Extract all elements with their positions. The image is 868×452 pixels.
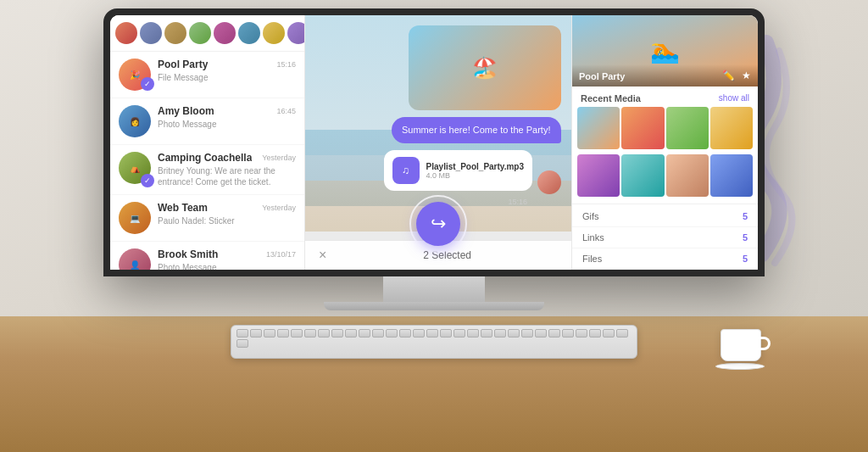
key-2 <box>250 329 262 338</box>
cup-body <box>721 329 761 361</box>
conv-preview-web-team: Paulo Nadel: Sticker <box>158 215 296 226</box>
conv-check-pool-party: ✓ <box>141 77 154 91</box>
media-thumb-3[interactable] <box>666 107 709 149</box>
key-5 <box>291 329 303 338</box>
conv-preview-pool-party: File Message <box>158 72 296 83</box>
fab-forward-button[interactable]: ↪ <box>416 202 460 246</box>
conv-avatar-amy-bloom: 👩 <box>119 105 151 137</box>
conv-name-web-team: Web Team <box>158 202 208 214</box>
show-all-link[interactable]: show all <box>719 93 749 103</box>
stat-label-links: Links <box>582 232 604 243</box>
stat-count-gifs: 5 <box>743 211 748 221</box>
panel-header-image: 🏊 Pool Party ✏️ ★ <box>572 15 758 86</box>
panel-overlay: Pool Party ✏️ ★ <box>572 64 758 86</box>
key-24 <box>548 329 560 338</box>
key-6 <box>304 329 316 338</box>
keyboard <box>231 325 637 359</box>
media-thumb-6[interactable] <box>621 154 664 197</box>
sidebar: 🎉 Pool Party 15:16 File Message ✓ <box>110 15 305 270</box>
panel-group-name: Pool Party <box>579 71 625 81</box>
conv-item-amy-bloom[interactable]: 👩 Amy Bloom 16:45 Photo Message <box>110 98 304 145</box>
selection-close-button[interactable]: × <box>319 248 326 263</box>
recent-media-header: Recent Media show all <box>572 86 758 107</box>
avatar-strip-5[interactable] <box>214 22 236 44</box>
recent-media-label: Recent Media <box>581 93 641 103</box>
avatar-strip <box>110 15 304 52</box>
conv-header-amy-bloom: Amy Bloom 16:45 <box>158 105 296 117</box>
right-panel: 🏊 Pool Party ✏️ ★ Recent Media show all <box>571 15 758 270</box>
key-13 <box>399 329 411 338</box>
key-27 <box>589 329 601 338</box>
key-10 <box>359 329 370 338</box>
coffee-cup <box>715 329 766 376</box>
avatar-strip-2[interactable] <box>140 22 162 44</box>
key-11 <box>372 329 384 338</box>
avatar-strip-7[interactable] <box>263 22 285 44</box>
conv-item-pool-party[interactable]: 🎉 Pool Party 15:16 File Message ✓ <box>110 52 304 98</box>
conv-content-amy-bloom: Amy Bloom 16:45 Photo Message <box>158 105 296 130</box>
conv-header-brook-smith: Brook Smith 13/10/17 <box>158 248 296 260</box>
key-9 <box>345 329 357 338</box>
key-28 <box>603 329 615 338</box>
msg-bubble-text: Summer is here! Come to the Party! <box>392 117 561 143</box>
key-18 <box>467 329 479 338</box>
conv-avatar-brook-smith: 👤 <box>119 248 151 270</box>
conv-preview-camping: Britney Young: We are near the entrance!… <box>158 165 296 187</box>
stat-row-files[interactable]: Files 5 <box>572 248 758 270</box>
conv-time-camping: Yesterday <box>262 153 296 162</box>
key-3 <box>264 329 275 338</box>
avatar-strip-6[interactable] <box>238 22 260 44</box>
media-thumb-1[interactable] <box>577 107 620 149</box>
conv-time-brook-smith: 13/10/17 <box>266 250 296 259</box>
conv-time-web-team: Yesterday <box>262 204 296 212</box>
avatar-strip-4[interactable] <box>189 22 211 44</box>
conv-time-pool-party: 15:16 <box>276 60 296 69</box>
panel-edit-icon[interactable]: ✏️ <box>722 70 735 81</box>
media-thumb-8[interactable] <box>710 154 753 197</box>
panel-star-icon[interactable]: ★ <box>742 70 751 81</box>
conv-preview-brook-smith: Photo Message <box>158 262 296 270</box>
monitor-foot <box>324 302 544 310</box>
conv-name-brook-smith: Brook Smith <box>158 248 218 260</box>
avatar-strip-1[interactable] <box>115 22 137 44</box>
avatar-strip-3[interactable] <box>164 22 186 44</box>
conv-avatar-web-team: 💻 <box>119 202 151 234</box>
media-thumb-2[interactable] <box>621 107 664 149</box>
conv-content-camping: Camping Coachella Yesterday Britney Youn… <box>158 152 296 187</box>
conv-item-brook-smith[interactable]: 👤 Brook Smith 13/10/17 Photo Message <box>110 242 304 270</box>
key-23 <box>535 329 547 338</box>
media-thumb-4[interactable] <box>710 107 753 149</box>
key-22 <box>521 329 533 338</box>
msg-row-file: ♫ Playlist_Pool_Party.mp3 4.0 MB <box>315 150 561 194</box>
key-12 <box>386 329 398 338</box>
file-icon: ♫ <box>392 157 420 184</box>
msg-file-playlist: ♫ Playlist_Pool_Party.mp3 4.0 MB <box>384 150 532 191</box>
avatar-strip-8[interactable] <box>287 22 305 44</box>
conversation-list: 🎉 Pool Party 15:16 File Message ✓ <box>110 52 304 270</box>
media-thumb-7[interactable] <box>666 154 709 197</box>
stat-count-files: 5 <box>743 254 748 264</box>
file-info: Playlist_Pool_Party.mp3 4.0 MB <box>426 162 524 180</box>
panel-divider-1 <box>572 204 758 204</box>
app-container: 🎉 Pool Party 15:16 File Message ✓ <box>110 15 758 270</box>
key-25 <box>562 329 574 338</box>
stat-label-files: Files <box>582 254 602 264</box>
conv-item-web-team[interactable]: 💻 Web Team Yesterday Paulo Nadel: Sticke… <box>110 195 304 242</box>
key-7 <box>318 329 330 338</box>
key-4 <box>277 329 289 338</box>
key-29 <box>616 329 628 338</box>
monitor: 🎉 Pool Party 15:16 File Message ✓ <box>103 8 765 310</box>
key-30 <box>236 339 248 348</box>
stat-row-gifs[interactable]: Gifs 5 <box>572 206 758 227</box>
key-15 <box>426 329 438 338</box>
conv-header-pool-party: Pool Party 15:16 <box>158 59 296 70</box>
chat-area: 🏖️ Summer is here! Come to the Party! ♫ <box>305 15 571 270</box>
key-21 <box>508 329 520 338</box>
media-thumb-5[interactable] <box>577 154 620 197</box>
msg-image-party: 🏖️ <box>409 25 561 110</box>
stat-count-links: 5 <box>743 232 748 243</box>
conv-preview-amy-bloom: Photo Message <box>158 119 296 130</box>
conv-content-brook-smith: Brook Smith 13/10/17 Photo Message <box>158 248 296 270</box>
stat-row-links[interactable]: Links 5 <box>572 227 758 248</box>
conv-item-camping[interactable]: ⛺ Camping Coachella Yesterday Britney Yo… <box>110 145 304 195</box>
